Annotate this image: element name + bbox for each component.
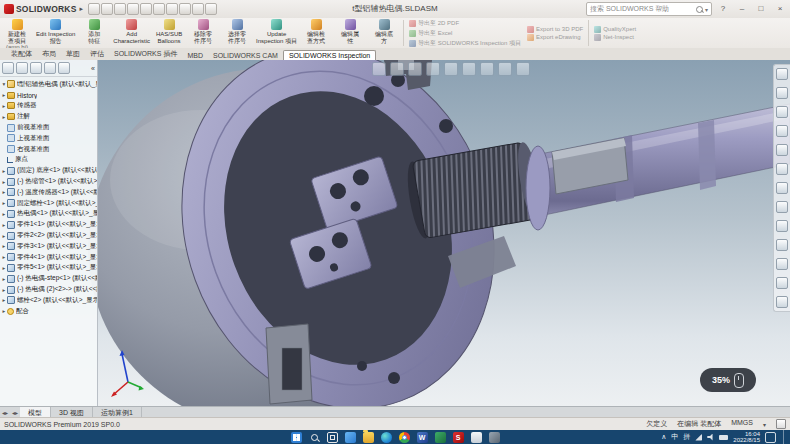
settings-icon[interactable]	[489, 432, 500, 443]
print-icon[interactable]	[127, 3, 139, 15]
feature-tree-item[interactable]: ▸ 螺栓<2> (默认<<默认>_显示状态>)	[1, 295, 97, 306]
rebuild-icon[interactable]	[179, 3, 191, 15]
feature-tree-item[interactable]: ▸ 零件2<2> (默认<<默认>_显示状态>)	[1, 230, 97, 241]
select-icon[interactable]	[166, 3, 178, 15]
feature-tree-item[interactable]: ▸ 配合	[1, 306, 97, 317]
feature-tree-item[interactable]: ▸ (-) 热电偶 (2)<2>-> (默认<<默认>_显示状态>)	[1, 284, 97, 295]
feature-tree-item[interactable]: ▸ (固定) 底座<1> (默认<<默认>_显示状态>)	[1, 165, 97, 176]
feature-tree-item[interactable]: ▸ 零件4<1> (默认<<默认>_显示状态>)	[1, 252, 97, 263]
language-indicator[interactable]: 中	[671, 432, 678, 442]
zoom-fit-icon[interactable]	[372, 62, 386, 76]
ribbon-button[interactable]: 添加 特征	[77, 18, 111, 48]
solidworks-forum-icon[interactable]	[776, 201, 788, 213]
ribbon-button[interactable]: Add Characteristic	[111, 18, 152, 48]
measure-pane-icon[interactable]	[776, 239, 788, 251]
options-icon[interactable]	[205, 3, 217, 15]
command-tab[interactable]: 装配体	[6, 48, 37, 60]
ribbon-button[interactable]: 新建检 查项目 (amp.hi)	[0, 18, 34, 48]
ribbon-button[interactable]: 选择零 件序号	[220, 18, 254, 48]
previous-view-icon[interactable]	[408, 62, 422, 76]
view-settings-icon[interactable]	[516, 62, 530, 76]
feature-tree-item[interactable]: ▸ (-) 热缩管<1> (默认<<默认>_显示状态>)	[1, 176, 97, 187]
view-orientation-icon[interactable]	[444, 62, 458, 76]
custom-properties-tag-icon[interactable]	[776, 419, 786, 429]
clock[interactable]: 16:04 2022/8/15	[733, 431, 760, 444]
ime-indicator[interactable]: 拼	[683, 432, 690, 442]
redo-icon[interactable]	[153, 3, 165, 15]
feature-tree-item[interactable]: 右视基准面	[1, 144, 97, 155]
task-view-icon[interactable]	[327, 432, 338, 443]
feature-tree-item[interactable]: ▾ t型铝辅热电偶 (默认<默认_显示状态-1>)	[1, 79, 97, 90]
ribbon-button[interactable]: 移除零 件序号	[186, 18, 220, 48]
minimize-button[interactable]: –	[734, 2, 750, 16]
ribbon-export-item[interactable]: 导出至 SOLIDWORKS Inspection 项目	[409, 39, 521, 48]
office-excel-icon[interactable]	[435, 432, 446, 443]
help-button[interactable]: ?	[715, 2, 731, 16]
custom-properties-icon[interactable]	[776, 182, 788, 194]
chrome-icon[interactable]	[399, 432, 410, 443]
feature-tree-item[interactable]: 前视基准面	[1, 122, 97, 133]
command-tab[interactable]: SOLIDWORKS CAM	[208, 51, 283, 60]
file-explorer-pane-icon[interactable]	[776, 125, 788, 137]
new-file-icon[interactable]	[88, 3, 100, 15]
edge-icon[interactable]	[381, 432, 392, 443]
feature-tree-item[interactable]: ▸ (-) 热电偶-step<1> (默认<<默认>_显示状态>)	[1, 273, 97, 284]
feature-tree-item[interactable]: ▸ History	[1, 90, 97, 101]
undo-icon[interactable]	[140, 3, 152, 15]
notification-center-icon[interactable]	[765, 432, 776, 443]
feature-tree-item[interactable]: ▸ 传感器	[1, 101, 97, 112]
displaymanager-tab-icon[interactable]	[58, 62, 70, 74]
ribbon-export-item[interactable]: 导出至 Excel	[409, 29, 521, 38]
featuremanager-tab-icon[interactable]	[2, 62, 14, 74]
menu-expand-caret[interactable]: ▸	[80, 5, 84, 13]
feature-tree-item[interactable]: ▸ 注解	[1, 111, 97, 122]
dimxpert-tab-icon[interactable]	[44, 62, 56, 74]
search-scope-caret[interactable]: ▾	[705, 6, 708, 13]
help-pane-icon[interactable]	[776, 296, 788, 308]
feature-tree-item[interactable]: ▸ 零件5<1> (默认<<默认>_显示状态>)	[1, 263, 97, 274]
ribbon-button[interactable]: HAS/SUB Balloons	[152, 18, 186, 48]
configurationmanager-tab-icon[interactable]	[30, 62, 42, 74]
tray-chevron-icon[interactable]: ∧	[661, 433, 666, 441]
ribbon-quality-item[interactable]: QualityXpert	[594, 26, 636, 33]
ribbon-export-item[interactable]: 导出至 2D PDF	[409, 19, 521, 28]
save-icon[interactable]	[114, 3, 126, 15]
solidworks-icon[interactable]	[453, 432, 464, 443]
search-icon[interactable]	[309, 432, 320, 443]
open-file-icon[interactable]	[101, 3, 113, 15]
widgets-icon[interactable]	[345, 432, 356, 443]
office-word-icon[interactable]	[417, 432, 428, 443]
ribbon-button[interactable]: 编辑底 方	[367, 18, 401, 48]
hide-show-items-icon[interactable]	[480, 62, 494, 76]
display-style-icon[interactable]	[462, 62, 476, 76]
solidworks-resources-icon[interactable]	[776, 87, 788, 99]
units-dropdown-caret[interactable]: ▾	[763, 421, 766, 428]
markup-pane-icon[interactable]	[776, 258, 788, 270]
show-desktop-button[interactable]	[783, 430, 786, 444]
command-tab[interactable]: 布局	[37, 48, 61, 60]
panel-collapse-chevron[interactable]: «	[91, 65, 95, 72]
file-properties-icon[interactable]	[192, 3, 204, 15]
close-button[interactable]: ×	[772, 2, 788, 16]
start-icon[interactable]	[291, 432, 302, 443]
file-explorer-icon[interactable]	[363, 432, 374, 443]
feature-tree-item[interactable]: ▸ (-) 温度传感器<1> (默认<<默认>_显示状态>)	[1, 187, 97, 198]
help-search-input[interactable]: 搜索 SOLIDWORKS 帮助 ▾	[586, 2, 712, 16]
battery-icon[interactable]	[719, 435, 728, 440]
collapse-pane-icon[interactable]	[776, 68, 788, 80]
command-tab[interactable]: SOLIDWORKS 插件	[109, 48, 182, 60]
compare-pane-icon[interactable]	[776, 277, 788, 289]
zoom-area-icon[interactable]	[390, 62, 404, 76]
section-view-icon[interactable]	[426, 62, 440, 76]
ribbon-export-item[interactable]: Export to 3D PDF	[527, 26, 583, 33]
appearances-scenes-icon[interactable]	[776, 163, 788, 175]
command-tab[interactable]: 评估	[85, 48, 109, 60]
command-tab[interactable]: MBD	[182, 51, 208, 60]
ribbon-button[interactable]: 编辑属 性	[333, 18, 367, 48]
feature-tree-item[interactable]: 原点	[1, 155, 97, 166]
ribbon-button[interactable]: 编辑检 查方式	[299, 18, 333, 48]
feature-tree-item[interactable]: ▸ 零件3<1> (默认<<默认>_显示状态>)	[1, 241, 97, 252]
ribbon-button[interactable]: Edit Inspection 报告	[34, 18, 77, 48]
command-tab[interactable]: 草图	[61, 48, 85, 60]
feature-tree-item[interactable]: ▸ 零件1<1> (默认<<默认>_显示状态>)	[1, 219, 97, 230]
